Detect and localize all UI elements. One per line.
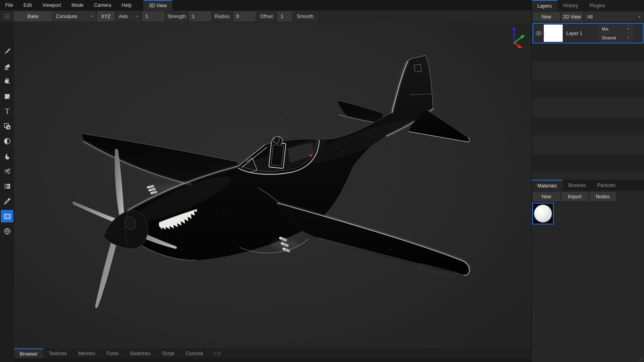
tool-blur[interactable]	[3, 137, 11, 145]
toolbar-options-icon[interactable]	[0, 11, 13, 21]
bottom-strip	[14, 358, 531, 362]
tab-particles[interactable]: Particles	[592, 180, 621, 191]
tab-console[interactable]: Console	[180, 348, 209, 358]
layer-visibility-toggle[interactable]	[533, 31, 544, 35]
tab-history[interactable]: History	[557, 0, 584, 11]
sphere-icon	[3, 227, 11, 235]
viewport-3d[interactable]	[14, 22, 531, 348]
bottom-tabbar: Browser Textures Meshes Fonts Swatches S…	[14, 348, 531, 358]
axis-label: Axis	[119, 14, 128, 19]
menu-viewport[interactable]: Viewport	[37, 0, 66, 10]
colorid-icon: ID	[3, 182, 11, 190]
layer-filter-dropdown[interactable]: All▾	[584, 12, 643, 21]
layer-filter-value: All	[587, 14, 592, 20]
tool-picker[interactable]	[3, 197, 11, 205]
resize-handle[interactable]	[638, 357, 642, 361]
tab-brushes[interactable]: Brushes	[563, 180, 592, 191]
tab-3d-view[interactable]: 3D View	[143, 0, 172, 10]
tab-swatches[interactable]: Swatches	[124, 348, 156, 358]
particle-splatter-icon	[3, 167, 11, 175]
chevron-down-icon: ▾	[638, 15, 640, 19]
layer-blend-dropdown[interactable]: Mix▾	[599, 25, 632, 33]
chevron-down-icon: ▾	[627, 27, 629, 31]
tool-text[interactable]: T	[3, 107, 11, 115]
material-nodes-button[interactable]: Nodes	[589, 192, 616, 201]
layer-object-dropdown[interactable]: Shared▾	[599, 34, 632, 41]
brush-icon	[3, 47, 11, 56]
layer-new-button[interactable]: New	[533, 12, 560, 21]
bake-mode-dropdown[interactable]: Curvature▾	[53, 11, 96, 21]
material-new-button[interactable]: New	[533, 192, 560, 201]
tool-eraser[interactable]	[3, 62, 11, 71]
layer-list-empty-rows	[532, 43, 644, 178]
strength-input[interactable]: 1	[142, 11, 165, 21]
tool-column: T ID	[0, 22, 14, 362]
material-tile-selected[interactable]	[532, 203, 554, 224]
menu-help[interactable]: Help	[116, 0, 137, 10]
tab-fonts[interactable]: Fonts	[101, 348, 124, 358]
tool-material-sphere[interactable]	[3, 227, 11, 235]
app-window: File Edit Viewport Mode Camera Help 3D V…	[0, 0, 644, 362]
chevron-down-icon: ▾	[91, 14, 93, 18]
material-import-button[interactable]: Import	[561, 192, 588, 201]
bake-icon	[3, 212, 11, 220]
axis-dropdown[interactable]: Axis▾	[116, 11, 141, 21]
tool-bake-selected[interactable]	[1, 210, 13, 222]
tool-fill[interactable]	[3, 77, 11, 86]
text-icon: T	[3, 107, 11, 115]
strength-label: Strength	[165, 11, 188, 21]
layer-row[interactable]: Layer 1 Mix▾ Shared▾	[533, 23, 644, 43]
smooth-label: Smooth	[293, 11, 318, 21]
view-2d-button[interactable]: 2D View	[561, 12, 583, 21]
offset-label: Offset	[256, 11, 277, 21]
layer-object-value: Shared	[602, 35, 616, 40]
layer-thumbnail[interactable]	[544, 25, 563, 42]
tool-particle[interactable]	[3, 167, 11, 175]
tool-colorid[interactable]: ID	[3, 182, 11, 190]
axis-gizmo	[512, 26, 525, 48]
tab-meshes[interactable]: Meshes	[72, 348, 101, 358]
tab-layers[interactable]: Layers	[532, 0, 557, 11]
fill-bucket-icon	[3, 78, 11, 86]
eye-icon	[536, 31, 542, 35]
tab-materials[interactable]: Materials	[532, 180, 563, 191]
eraser-icon	[3, 63, 11, 71]
decal-icon	[3, 93, 11, 101]
tab-plugins[interactable]: Plugins	[584, 0, 611, 11]
layer-row-extra-cell	[634, 24, 643, 43]
smudge-hand-icon	[3, 152, 11, 160]
menu-file[interactable]: File	[0, 0, 18, 10]
menu-camera[interactable]: Camera	[89, 0, 117, 10]
tool-smudge[interactable]	[3, 152, 11, 160]
bake-mode-value: Curvature	[56, 14, 77, 19]
tool-decal[interactable]	[3, 92, 11, 101]
chevron-down-icon: ▾	[136, 14, 138, 18]
radius-label: Radius	[212, 11, 232, 21]
blur-icon	[3, 137, 11, 145]
menubar: File Edit Viewport Mode Camera Help 3D V…	[0, 0, 531, 10]
aircraft-model	[14, 22, 531, 348]
menu-edit[interactable]: Edit	[18, 0, 37, 10]
version-label: 0.9	[209, 348, 225, 358]
offset-input[interactable]: 0	[233, 11, 256, 21]
svg-text:ID: ID	[5, 184, 9, 188]
toolbar: Bake Curvature▾ XYZ Axis▾ 1 Strength 1 R…	[0, 10, 531, 22]
chevron-down-icon: ▾	[627, 36, 629, 39]
menu-mode[interactable]: Mode	[66, 0, 89, 10]
tab-browser[interactable]: Browser	[14, 348, 43, 358]
eyedropper-icon	[3, 197, 11, 205]
radius-input[interactable]: 1	[189, 11, 211, 21]
right-panel: Layers History Plugins New 2D View All▾	[531, 0, 644, 362]
tab-textures[interactable]: Textures	[43, 348, 72, 358]
materials-tabbar: Materials Brushes Particles	[532, 180, 644, 191]
paint-cursor-dot	[310, 154, 312, 156]
xyz-button[interactable]: XYZ	[97, 11, 115, 21]
bake-button[interactable]: Bake	[14, 11, 52, 21]
material-sphere-preview	[534, 205, 552, 222]
clone-icon	[3, 122, 11, 130]
tool-brush[interactable]	[3, 47, 11, 56]
tool-clone[interactable]	[3, 122, 11, 130]
smooth-input[interactable]: 1	[277, 11, 292, 21]
svg-text:T: T	[5, 107, 9, 115]
tab-script[interactable]: Script	[156, 348, 180, 358]
